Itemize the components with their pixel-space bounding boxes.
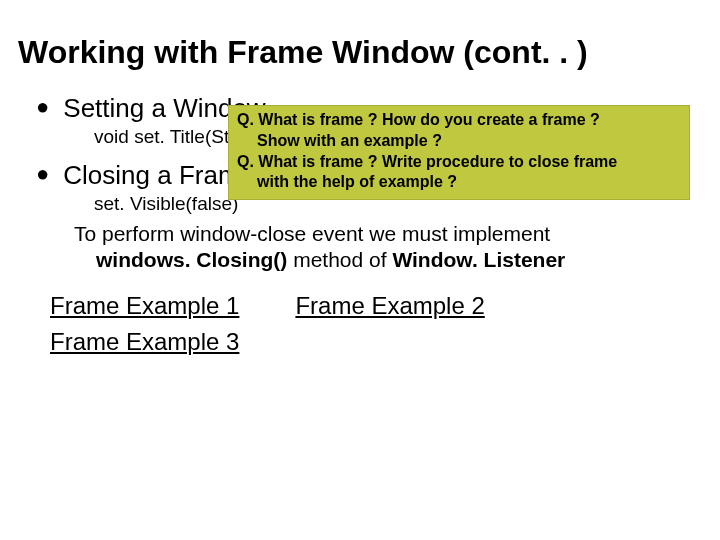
bullet-closing-label: Closing a Frame (63, 160, 254, 191)
link-frame-example-1[interactable]: Frame Example 1 (50, 292, 239, 320)
callout-q2-line1: Q. What is frame ? Write procedure to cl… (237, 152, 681, 173)
explain-line1: To perform window-close event we must im… (74, 222, 550, 245)
explain-of: method of (287, 248, 392, 271)
closing-explanation: To perform window-close event we must im… (74, 221, 702, 274)
example-links: Frame Example 1 Frame Example 2 Frame Ex… (50, 292, 702, 356)
slide-title: Working with Frame Window (cont. . ) (18, 34, 702, 71)
link-frame-example-3[interactable]: Frame Example 3 (50, 328, 239, 356)
callout-q1-line2: Show with an example ? (237, 131, 681, 152)
question-callout: Q. What is frame ? How do you create a f… (228, 105, 690, 200)
callout-q2-line2: with the help of example ? (237, 172, 681, 193)
link-frame-example-2[interactable]: Frame Example 2 (295, 292, 484, 320)
bullet-dot-icon: ● (36, 93, 49, 121)
callout-q1-line1: Q. What is frame ? How do you create a f… (237, 110, 681, 131)
bullet-dot-icon: ● (36, 160, 49, 188)
explain-listener: Window. Listener (392, 248, 565, 271)
explain-method: windows. Closing() (96, 248, 287, 271)
slide: Working with Frame Window (cont. . ) ● S… (0, 0, 720, 540)
